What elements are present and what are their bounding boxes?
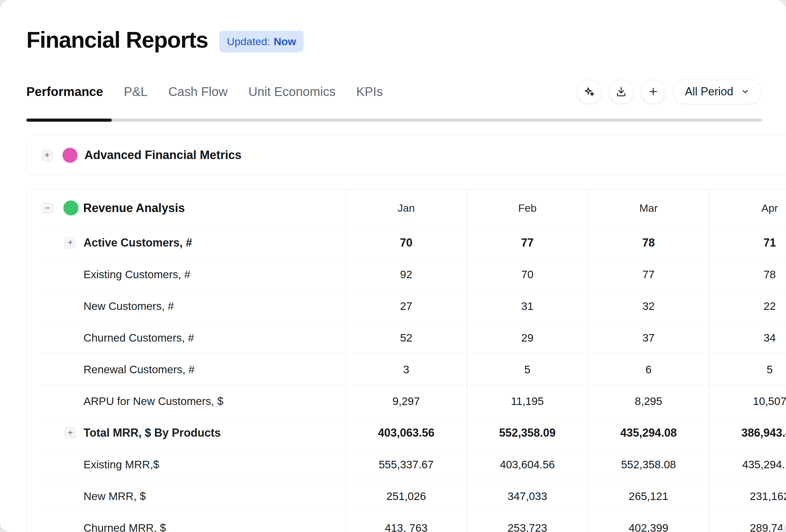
expand-row-button[interactable]: + [64,237,76,249]
table-row-existing-customers: Existing Customers, #92707778 [27,259,786,290]
table-row-churned-mrr: Churned MRR, $413, 763253,723402,399289,… [27,512,786,532]
cell-feb: 29 [467,332,588,344]
toolbar: All Period [577,79,761,104]
row-label: Total MRR, $ By Products [84,426,221,439]
table-color-dot [63,200,78,216]
tab-unit-economics[interactable]: Unit Economics [248,85,336,99]
cell-mar: 37 [588,332,709,344]
tab-cash-flow[interactable]: Cash Flow [168,85,228,99]
table-row-renewal-customers: Renewal Customers, #3565 [27,354,786,385]
cell-mar: 435,294.08 [588,426,709,439]
row-label: Existing Customers, # [84,268,190,281]
cell-apr: 231,162 [709,490,786,503]
cell-feb: 11,195 [467,395,588,408]
cell-apr: 5 [709,363,786,376]
cell-mar: 8,295 [588,395,709,408]
cell-jan: 413, 763 [346,522,467,532]
tab-kpis[interactable]: KPIs [356,85,383,99]
tab-p-l[interactable]: P&L [124,85,148,99]
cell-mar: 78 [588,236,709,249]
updated-badge: Updated: Now [219,31,304,52]
cell-apr: 435,294.13 [709,458,786,471]
updated-badge-label: Updated: [227,35,270,48]
cell-feb: 70 [467,268,588,281]
row-label-cell: Churned Customers, # [27,332,346,344]
cell-apr: 289,744 [709,522,786,532]
advanced-metrics-section: + Advanced Financial Metrics [26,136,786,175]
cell-jan: 251,026 [346,490,467,503]
row-label-cell: New MRR, $ [27,490,346,503]
table-row-total-mrr-by-products: +Total MRR, $ By Products403,063.56552,3… [27,417,786,449]
table-header-label-cell: − Revenue Analysis [27,200,346,216]
row-label-cell: +Active Customers, # [27,236,346,249]
cell-apr: 71 [709,236,786,249]
collapse-table-button[interactable]: − [42,202,54,214]
cell-jan: 92 [346,268,467,281]
cell-jan: 555,337.67 [346,458,467,471]
row-label-cell: Existing Customers, # [27,268,346,281]
tab-performance[interactable]: Performance [26,85,103,99]
table-row-new-customers: New Customers, #27313222 [27,290,786,322]
period-selector[interactable]: All Period [673,79,761,104]
table-header-row: − Revenue Analysis JanFebMarApr [27,189,786,227]
table-title: Revenue Analysis [83,201,185,215]
row-label: Churned MRR, $ [84,522,166,532]
column-header-feb: Feb [467,202,588,214]
row-label-cell: Existing MRR,$ [27,458,346,471]
row-label: Churned Customers, # [84,332,194,344]
section-color-dot [63,148,77,163]
sparkles-button[interactable] [577,80,601,104]
period-selector-value: All Period [685,85,733,98]
cell-mar: 77 [588,268,709,281]
cell-feb: 253,723 [467,522,588,532]
row-label: Existing MRR,$ [84,458,159,471]
cell-jan: 70 [346,236,467,249]
cell-feb: 31 [467,300,588,312]
app-window: Financial Reports Updated: Now Performan… [0,0,786,532]
row-label: New MRR, $ [84,490,146,503]
cell-mar: 6 [588,363,709,376]
row-label-cell: New Customers, # [27,300,346,312]
page-title: Financial Reports [26,27,208,53]
cell-apr: 386,943.44 [709,426,786,439]
table-row-active-customers: +Active Customers, #70777871 [27,227,786,259]
column-header-mar: Mar [588,202,709,214]
cell-mar: 265,121 [588,490,709,503]
cell-feb: 403,604.56 [467,458,588,471]
tabs-underline-active [26,119,112,122]
expand-section-button[interactable]: + [41,149,53,161]
tabs-underline-track [26,119,762,122]
download-button[interactable] [609,80,633,104]
row-label: Renewal Customers, # [84,363,194,376]
row-label-cell: Renewal Customers, # [27,363,346,376]
table-row-existing-mrr: Existing MRR,$555,337.67403,604.56552,35… [27,449,786,480]
add-button[interactable] [641,80,666,104]
cell-mar: 552,358.08 [588,458,709,471]
table-row-arpu-for-new-customers: ARPU for New Customers, $9,29711,1958,29… [27,385,786,417]
column-header-apr: Apr [709,202,786,214]
cell-jan: 3 [346,363,467,376]
section-title: Advanced Financial Metrics [85,148,242,162]
cell-apr: 10,507 [709,395,786,408]
chevron-down-icon [741,87,749,96]
table-body: +Active Customers, #70777871Existing Cus… [27,227,786,532]
table-row-new-mrr: New MRR, $251,026347,033265,121231,162 [27,480,786,512]
cell-apr: 22 [709,300,786,312]
revenue-analysis-table: − Revenue Analysis JanFebMarApr +Active … [26,189,786,532]
expand-row-button[interactable]: + [64,427,76,439]
row-label: ARPU for New Customers, $ [84,395,223,408]
page-header: Financial Reports Updated: Now [0,0,786,53]
row-label-cell: Churned MRR, $ [27,522,346,532]
cell-feb: 347,033 [467,490,588,503]
cell-apr: 78 [709,268,786,281]
cell-jan: 9,297 [346,395,467,408]
updated-badge-value: Now [274,35,296,48]
table-row-churned-customers: Churned Customers, #52293734 [27,322,786,354]
row-label: Active Customers, # [84,236,192,249]
download-icon [616,86,627,97]
cell-apr: 34 [709,332,786,344]
cell-feb: 552,358.09 [467,426,588,439]
cell-mar: 32 [588,300,709,312]
row-label-cell: +Total MRR, $ By Products [27,426,346,439]
cell-mar: 402,399 [588,522,709,532]
